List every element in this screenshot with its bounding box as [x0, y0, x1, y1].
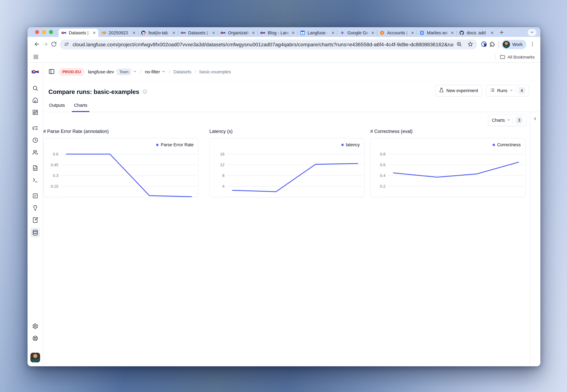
chart-line-series [232, 164, 358, 192]
breadcrumb-dataset-link[interactable]: basic-examples [199, 69, 231, 74]
sidebar-item-home[interactable] [31, 96, 40, 105]
sidebar-item-tracing[interactable] [31, 124, 40, 132]
org-chevron-down-icon[interactable] [133, 70, 137, 74]
page-title: Compare runs: basic-examples [48, 88, 139, 96]
browser-tab[interactable]: Blog - Lang [257, 29, 297, 37]
tab-title: Datasets | L [188, 30, 211, 35]
sidebar-item-prompts[interactable] [31, 164, 40, 172]
browser-tab[interactable]: Accounts | [377, 29, 417, 37]
page-tabs: OutputsCharts [43, 101, 540, 112]
apps-grid-icon[interactable] [33, 54, 38, 60]
zoom-page-icon[interactable] [456, 41, 462, 48]
legend-label: Parse Error Rate [161, 142, 194, 147]
browser-menu-icon[interactable] [529, 41, 535, 48]
tab-search-button[interactable] [528, 29, 537, 36]
tab-close-icon[interactable] [291, 31, 295, 35]
user-avatar[interactable] [30, 353, 40, 362]
project-chevron-down-icon[interactable] [162, 70, 166, 74]
svg-text:0.2: 0.2 [380, 184, 385, 189]
reload-button[interactable] [50, 40, 58, 49]
project-name[interactable]: no-filter [145, 69, 160, 74]
close-icon [132, 31, 136, 35]
sidebar-item-dashboards[interactable] [31, 108, 40, 117]
profile-label: Work [512, 42, 523, 47]
address-bar[interactable]: cloud.langfuse.com/project/cmfwgv8fx002o… [60, 40, 477, 49]
forward-button[interactable] [41, 40, 50, 49]
browser-tab[interactable]: Datasets | L [58, 29, 98, 37]
collapse-panel-icon[interactable] [533, 116, 538, 122]
minimize-window-button[interactable] [42, 30, 46, 34]
browser-tab[interactable]: 6Langfuse - [297, 29, 337, 37]
sidebar-item-sessions[interactable] [31, 136, 40, 145]
sidebar-item-search[interactable] [31, 84, 40, 93]
close-window-button[interactable] [35, 30, 39, 34]
all-bookmarks-label: All Bookmarks [508, 55, 535, 60]
main-panel: PROD-EU langfuse-dev Team / no-filter / … [43, 63, 540, 366]
tab-outputs[interactable]: Outputs [48, 101, 66, 112]
browser-tab[interactable]: docs: add [456, 29, 496, 37]
langfuse-logo[interactable] [31, 68, 40, 77]
sidebar-item-users[interactable] [31, 148, 40, 157]
settings-icon [32, 323, 38, 329]
forward-icon [42, 41, 49, 47]
browser-tab[interactable]: Google Ger [337, 29, 377, 37]
browser-tab[interactable]: Organizatio [218, 29, 257, 37]
browser-tab[interactable]: Datasets | L [178, 29, 218, 37]
tab-close-icon[interactable] [132, 31, 136, 35]
tab-title: docs: add [467, 30, 489, 35]
info-icon[interactable] [142, 89, 147, 95]
accounts-icon [380, 30, 385, 35]
sidebar-item-settings[interactable] [31, 322, 40, 331]
sidebar-item-evaluators[interactable] [31, 192, 40, 200]
list-tree-icon [32, 125, 38, 131]
legend-dot-icon [156, 144, 158, 146]
new-tab-button[interactable] [498, 29, 506, 37]
tab-close-icon[interactable] [92, 31, 96, 35]
bookmark-star-icon[interactable] [468, 41, 473, 48]
new-experiment-button[interactable]: New experiment [435, 85, 482, 96]
site-settings-icon[interactable] [64, 42, 69, 47]
maximize-window-button[interactable] [49, 30, 53, 34]
close-icon [371, 31, 375, 35]
list-icon [490, 88, 495, 94]
file-code-icon [32, 165, 38, 171]
org-name[interactable]: langfuse-dev [88, 69, 114, 74]
sidebar-item-annotation[interactable] [31, 204, 40, 212]
browser-tab[interactable]: Marlies we [417, 29, 456, 37]
extensions-puzzle-icon[interactable] [488, 40, 496, 49]
runs-dropdown-button[interactable]: Runs 4 [486, 85, 529, 96]
charts-dropdown-button[interactable]: Charts 3 [488, 114, 527, 126]
tab-close-icon[interactable] [172, 31, 176, 35]
password-manager-extension-icon[interactable] [480, 40, 488, 49]
browser-tab[interactable]: feat(io-tab [138, 29, 178, 37]
chevron-down-icon [510, 88, 513, 92]
browser-profile-chip[interactable]: Work [501, 40, 526, 49]
sidebar-item-experiments[interactable] [31, 216, 40, 224]
tab-charts[interactable]: Charts [73, 101, 88, 112]
chevron-down-icon [162, 70, 166, 73]
sidebar-item-playground[interactable] [31, 176, 40, 184]
tab-close-icon[interactable] [212, 31, 216, 35]
chart-card: 161284latency [209, 138, 365, 197]
tab-close-icon[interactable] [490, 31, 494, 35]
breadcrumb-datasets-link[interactable]: Datasets [173, 69, 191, 74]
legend-label: latency [346, 142, 360, 147]
bookmarks-bar: All Bookmarks [28, 52, 540, 63]
sidebar-item-datasets[interactable] [30, 228, 40, 238]
tab-close-icon[interactable] [251, 31, 255, 35]
tab-close-icon[interactable] [450, 31, 454, 35]
tab-title: Blog - Lang [268, 30, 290, 35]
svg-text:0.15: 0.15 [51, 184, 58, 189]
bookmarks-divider [495, 54, 496, 60]
sidebar-item-support[interactable] [31, 334, 40, 343]
chart-section: # Parse Error Rate (annotation)0.60.450.… [43, 129, 198, 197]
tab-close-icon[interactable] [371, 31, 375, 35]
sidebar-toggle-icon[interactable] [48, 68, 55, 75]
browser-tab[interactable]: 20250923 [98, 29, 138, 37]
tab-close-icon[interactable] [411, 31, 414, 35]
desktop-background: Datasets | L20250923feat(io-tabDatasets … [0, 0, 567, 392]
all-bookmarks-button[interactable]: All Bookmarks [500, 54, 535, 60]
back-icon [34, 41, 40, 47]
tab-close-icon[interactable] [331, 31, 335, 35]
back-button[interactable] [33, 40, 41, 49]
